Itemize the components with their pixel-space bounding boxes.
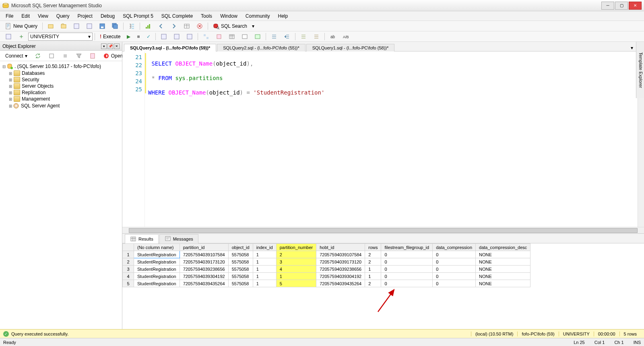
save-all-button[interactable] bbox=[109, 22, 121, 31]
menu-help[interactable]: Help bbox=[275, 12, 291, 20]
connect-button[interactable]: Connect ▾ bbox=[2, 52, 30, 60]
oe-script-button[interactable] bbox=[87, 51, 99, 60]
parse-button[interactable]: ✓ bbox=[144, 33, 153, 41]
stop-debug-button[interactable]: ■ bbox=[134, 33, 142, 41]
open-file-button[interactable] bbox=[58, 22, 70, 31]
save-button[interactable] bbox=[96, 22, 108, 31]
oe-filter-button[interactable] bbox=[45, 51, 58, 60]
tab-active-files[interactable]: ▾ bbox=[629, 45, 635, 51]
grid-cell[interactable]: 72057594039238656 bbox=[316, 266, 365, 273]
tree-management[interactable]: ⊞Management bbox=[1, 96, 121, 102]
messages-tab[interactable]: Messages bbox=[159, 234, 198, 243]
grid-cell[interactable]: 5575058 bbox=[228, 266, 253, 273]
toolbar-btn-prev[interactable] bbox=[155, 22, 167, 31]
debug-button[interactable]: ▶ bbox=[124, 33, 133, 41]
grid-cell[interactable]: 5 bbox=[276, 280, 316, 287]
grid-cell[interactable]: NONE bbox=[476, 280, 530, 287]
grid-cell[interactable]: 5575058 bbox=[228, 273, 253, 280]
grid-cell[interactable]: 0 bbox=[433, 273, 476, 280]
grid-cell[interactable]: 0 bbox=[433, 251, 476, 258]
grid-header[interactable]: object_id bbox=[228, 244, 253, 251]
toolbar-btn-cancel[interactable] bbox=[194, 22, 206, 31]
grid-header[interactable]: rows bbox=[365, 244, 381, 251]
table-row[interactable]: 3StudentRegistration72057594039238656557… bbox=[123, 266, 530, 273]
grid-cell[interactable]: StudentRegistration bbox=[134, 251, 180, 258]
uncomment-button[interactable] bbox=[310, 32, 322, 41]
grid-cell[interactable]: 2 bbox=[123, 258, 134, 266]
grid-header[interactable] bbox=[123, 244, 134, 251]
decrease-indent-button[interactable] bbox=[268, 32, 280, 41]
grid-cell[interactable]: 1 bbox=[253, 280, 276, 287]
grid-cell[interactable]: 0 bbox=[381, 266, 433, 273]
new-query-button[interactable]: New Query bbox=[2, 22, 40, 31]
grid-cell[interactable]: 5575058 bbox=[228, 258, 253, 266]
grid-cell[interactable]: 0 bbox=[381, 251, 433, 258]
execute-button[interactable]: ! Execute bbox=[97, 33, 123, 41]
oe-stop-button[interactable] bbox=[59, 51, 71, 60]
grid-header[interactable]: hobt_id bbox=[316, 244, 365, 251]
object-explorer-tree[interactable]: ⊟ . (SQL Server 10.50.1617 - fofo-PC\fof… bbox=[0, 61, 122, 329]
toolbar2-btn-h[interactable] bbox=[252, 32, 264, 41]
grid-header[interactable]: (No column name) bbox=[134, 244, 180, 251]
grid-cell[interactable]: NONE bbox=[476, 266, 530, 273]
grid-cell[interactable]: 0 bbox=[433, 258, 476, 266]
grid-cell[interactable]: 72057594039173120 bbox=[316, 258, 365, 266]
toolbar2-btn-2[interactable] bbox=[15, 32, 27, 41]
tab-sqlquery1[interactable]: SQLQuery1.sql - (l...fofo-PC\fofo (58))* bbox=[306, 44, 395, 51]
grid-cell[interactable]: StudentRegistration bbox=[134, 273, 180, 280]
menu-debug[interactable]: Debug bbox=[97, 12, 118, 20]
grid-cell[interactable]: 72057594039304192 bbox=[316, 273, 365, 280]
grid-cell[interactable]: 0 bbox=[433, 280, 476, 287]
grid-cell[interactable]: 1 bbox=[276, 273, 316, 280]
increase-indent-button[interactable] bbox=[281, 32, 293, 41]
grid-cell[interactable]: 1 bbox=[253, 251, 276, 258]
toolbar-btn-activity[interactable] bbox=[142, 22, 154, 31]
oe-dropdown-button[interactable]: ▾ bbox=[101, 43, 107, 49]
database-selector[interactable]: UNIVERSITY ▾ bbox=[28, 33, 93, 41]
comment-button[interactable] bbox=[297, 32, 310, 41]
table-row[interactable]: 4StudentRegistration72057594039304192557… bbox=[123, 273, 530, 280]
tab-sqlquery3[interactable]: SQLQuery3.sql - (l...fofo-PC\fofo (59))* bbox=[124, 44, 216, 51]
grid-cell[interactable]: 5575058 bbox=[228, 280, 253, 287]
menu-sqlcomplete[interactable]: SQL Complete bbox=[158, 12, 196, 20]
grid-cell[interactable]: StudentRegistration bbox=[134, 258, 180, 266]
maximize-button[interactable]: ▢ bbox=[615, 2, 628, 10]
grid-cell[interactable]: 72057594039304192 bbox=[180, 273, 228, 280]
grid-cell[interactable]: 1 bbox=[253, 273, 276, 280]
grid-cell[interactable]: 1 bbox=[253, 258, 276, 266]
grid-cell[interactable]: 5575058 bbox=[228, 251, 253, 258]
grid-cell[interactable]: 3 bbox=[123, 266, 134, 273]
menu-sqlprompt[interactable]: SQL Prompt 5 bbox=[120, 12, 157, 20]
grid-cell[interactable]: 2 bbox=[365, 280, 381, 287]
grid-cell[interactable]: NONE bbox=[476, 251, 530, 258]
toolbar2-btn-g[interactable] bbox=[239, 32, 251, 41]
oe-filter2-button[interactable] bbox=[73, 51, 85, 60]
tree-sql-agent[interactable]: ⊞SQL Server Agent bbox=[1, 102, 121, 109]
grid-cell[interactable]: 0 bbox=[433, 266, 476, 273]
menu-edit[interactable]: Edit bbox=[18, 12, 33, 20]
table-row[interactable]: 5StudentRegistration72057594039435264557… bbox=[123, 280, 530, 287]
toolbar-btn-tree[interactable] bbox=[126, 22, 138, 31]
minimize-button[interactable]: ─ bbox=[601, 2, 614, 10]
grid-header[interactable]: data_compression bbox=[433, 244, 476, 251]
toolbar2-btn-f[interactable] bbox=[226, 32, 238, 41]
grid-cell[interactable]: 72057594039173120 bbox=[180, 258, 228, 266]
tree-security[interactable]: ⊞Security bbox=[1, 76, 121, 83]
toolbar2-btn-b[interactable] bbox=[171, 32, 183, 41]
specify-values-button[interactable]: ab bbox=[327, 32, 339, 41]
grid-header[interactable]: partition_number bbox=[276, 244, 316, 251]
toolbar2-btn-1[interactable] bbox=[2, 32, 14, 41]
table-row[interactable]: 2StudentRegistration72057594039173120557… bbox=[123, 258, 530, 266]
open-db-button[interactable] bbox=[45, 22, 57, 31]
grid-header[interactable]: data_compression_desc bbox=[476, 244, 530, 251]
tree-collapse-icon[interactable]: ⊟ bbox=[2, 64, 6, 69]
toolbar2-btn-e[interactable] bbox=[213, 32, 225, 41]
sql-search-button[interactable]: SQL Search bbox=[210, 22, 250, 31]
grid-cell[interactable]: StudentRegistration bbox=[134, 266, 180, 273]
toolbar-dropdown[interactable]: ▾ bbox=[251, 22, 256, 30]
tree-replication[interactable]: ⊞Replication bbox=[1, 89, 121, 96]
table-row[interactable]: 1StudentRegistration72057594039107584557… bbox=[123, 251, 530, 258]
toolbar2-btn-last[interactable]: A/B bbox=[340, 32, 352, 41]
menu-tools[interactable]: Tools bbox=[198, 12, 215, 20]
grid-cell[interactable]: 2 bbox=[276, 251, 316, 258]
